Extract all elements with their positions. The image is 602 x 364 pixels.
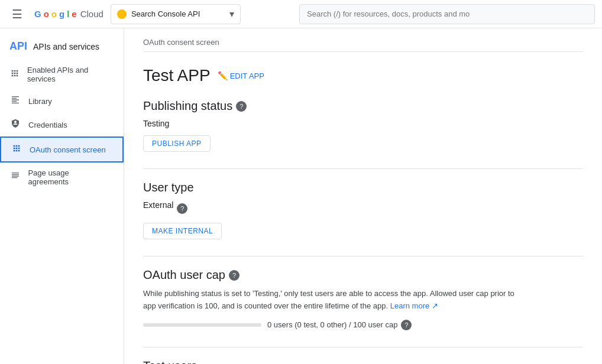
edit-icon: ✏️ <box>218 71 228 80</box>
project-name: Search Console API <box>131 9 225 18</box>
topbar: ☰ GoogleCloud Search Console API ▾ <box>0 0 602 28</box>
layout: API APIs and services Enabled APIs and s… <box>0 28 602 364</box>
user-type-value: External <box>143 200 173 210</box>
publishing-status-value: Testing <box>143 119 583 128</box>
edit-app-link[interactable]: ✏️ EDIT APP <box>218 71 264 80</box>
user-type-help-icon[interactable]: ? <box>177 203 187 214</box>
publishing-status-title: Publishing status <box>143 99 232 113</box>
sidebar-item-oauth-consent[interactable]: OAuth consent screen <box>0 136 124 162</box>
user-type-section: User type External ? MAKE INTERNAL <box>143 181 583 239</box>
oauth-user-cap-section: OAuth user cap ? While publishing status… <box>143 268 583 330</box>
oauth-user-cap-help-icon[interactable]: ? <box>229 270 239 281</box>
user-type-value-row: External ? <box>143 200 583 217</box>
sidebar-item-enabled-apis[interactable]: Enabled APIs and services <box>0 60 119 89</box>
progress-help-icon[interactable]: ? <box>401 320 412 330</box>
oauth-user-cap-title-row: OAuth user cap ? <box>143 268 583 282</box>
progress-bar-container: 0 users (0 test, 0 other) / 100 user cap… <box>143 320 583 330</box>
sidebar-item-credentials[interactable]: Credentials <box>0 113 119 136</box>
breadcrumb: OAuth consent screen <box>143 28 583 52</box>
credentials-icon <box>9 119 21 131</box>
sidebar-item-page-usage[interactable]: Page usage agreements <box>0 162 119 192</box>
app-title: Test APP <box>143 66 211 85</box>
app-title-row: Test APP ✏️ EDIT APP <box>143 66 583 85</box>
sidebar-item-library[interactable]: Library <box>0 89 119 113</box>
sidebar-item-page-usage-label: Page usage agreements <box>28 168 109 186</box>
chevron-down-icon: ▾ <box>229 8 234 20</box>
project-selector[interactable]: Search Console API ▾ <box>111 4 241 24</box>
sidebar-item-credentials-label: Credentials <box>28 121 67 129</box>
user-type-title-row: User type <box>143 181 583 194</box>
publishing-status-section: Publishing status ? Testing PUBLISH APP <box>143 99 583 152</box>
sidebar-item-library-label: Library <box>28 97 52 106</box>
sidebar-header: API APIs and services <box>0 33 124 60</box>
test-users-title: Test users <box>143 359 197 364</box>
google-cloud-logo: GoogleCloud <box>34 9 103 19</box>
publish-app-button[interactable]: PUBLISH APP <box>143 135 211 152</box>
main-content: OAuth consent screen Test APP ✏️ EDIT AP… <box>124 28 602 364</box>
search-input[interactable] <box>299 4 595 24</box>
publishing-status-title-row: Publishing status ? <box>143 99 583 113</box>
oauth-icon <box>11 144 22 155</box>
sidebar-header-label: APIs and services <box>33 42 99 51</box>
menu-icon[interactable]: ☰ <box>7 2 27 26</box>
grid-icon <box>9 69 20 80</box>
oauth-user-cap-description: While publishing status is set to 'Testi… <box>143 288 522 313</box>
api-icon: API <box>9 40 27 53</box>
make-internal-button[interactable]: MAKE INTERNAL <box>143 223 222 239</box>
sidebar-item-enabled-apis-label: Enabled APIs and services <box>27 66 109 83</box>
sidebar: API APIs and services Enabled APIs and s… <box>0 28 124 364</box>
sidebar-item-oauth-consent-label: OAuth consent screen <box>30 145 106 154</box>
progress-label: 0 users (0 test, 0 other) / 100 user cap… <box>267 320 412 330</box>
oauth-user-cap-title: OAuth user cap <box>143 268 225 282</box>
edit-app-label: EDIT APP <box>230 72 264 80</box>
divider-2 <box>143 256 583 256</box>
learn-more-link[interactable]: Learn more ↗ <box>390 301 438 310</box>
user-type-title: User type <box>143 181 194 194</box>
test-users-title-row: Test users <box>143 359 583 364</box>
library-icon <box>9 95 21 107</box>
page-usage-icon <box>9 171 21 183</box>
test-users-section: Test users + ADD USERS <box>143 359 583 364</box>
project-dot <box>117 9 127 19</box>
divider-1 <box>143 168 583 169</box>
publishing-status-help-icon[interactable]: ? <box>236 101 247 112</box>
search-bar[interactable] <box>299 4 595 24</box>
divider-3 <box>143 347 583 347</box>
progress-bar-background <box>143 323 261 327</box>
